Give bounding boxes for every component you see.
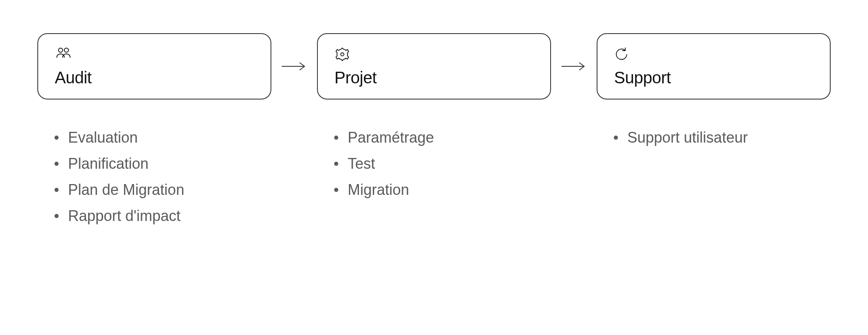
refresh-icon — [614, 46, 631, 63]
list-item: Paramétrage — [334, 124, 551, 151]
list-item: Test — [334, 151, 551, 177]
list-item: Rapport d'impact — [54, 203, 271, 229]
step-title: Support — [614, 68, 813, 87]
svg-point-0 — [59, 48, 63, 52]
bullets-support: Support utilisateur — [597, 124, 831, 229]
bullets-audit: Evaluation Planification Plan de Migrati… — [37, 124, 271, 229]
process-bullets-row: Evaluation Planification Plan de Migrati… — [37, 124, 831, 229]
bullets-projet: Paramétrage Test Migration — [317, 124, 551, 229]
step-card-support: Support — [597, 33, 831, 100]
spacer — [280, 124, 309, 229]
arrow-icon — [280, 61, 309, 71]
list-item: Planification — [54, 151, 271, 177]
svg-point-1 — [64, 48, 68, 52]
list-item: Plan de Migration — [54, 177, 271, 203]
step-title: Projet — [334, 68, 534, 87]
people-icon — [55, 46, 71, 63]
gear-icon — [334, 46, 351, 63]
list-item: Migration — [334, 177, 551, 203]
spacer — [559, 124, 588, 229]
svg-point-3 — [341, 53, 344, 56]
step-title: Audit — [55, 68, 254, 87]
arrow-icon — [559, 61, 588, 71]
list-item: Support utilisateur — [613, 124, 831, 151]
list-item: Evaluation — [54, 124, 271, 151]
step-card-projet: Projet — [317, 33, 551, 100]
process-flow-row: Audit Projet Support — [37, 33, 831, 100]
step-card-audit: Audit — [37, 33, 271, 100]
